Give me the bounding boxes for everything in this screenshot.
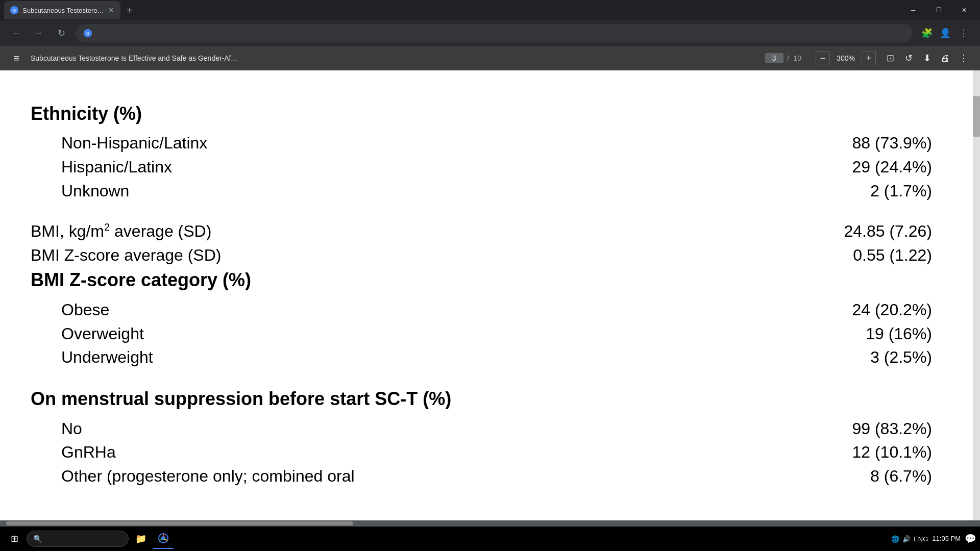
taskbar-right: 🌐 🔊 ENG 11:05 PM 💬 [891, 533, 976, 544]
taskbar-file-explorer[interactable]: 📁 [131, 529, 151, 549]
taskbar-chrome[interactable] [153, 529, 174, 549]
pdf-page: Ethnicity (%) Non-Hispanic/Latinx 88 (73… [0, 70, 973, 520]
zoom-value: 300% [833, 54, 859, 62]
right-scrollbar[interactable] [973, 70, 980, 520]
bmi-avg-label: BMI, kg/m2 average (SD) [31, 220, 211, 243]
bmi-avg-row: BMI, kg/m2 average (SD) 24.85 (7.26) [31, 220, 932, 243]
menstrual-header: On menstrual suppression before start SC… [31, 386, 451, 412]
gnrha-row: GnRHa 12 (10.1%) [31, 441, 932, 464]
other-value: 8 (6.7%) [830, 465, 932, 488]
url-input[interactable] [96, 29, 904, 37]
overweight-value: 19 (16%) [830, 322, 932, 345]
pdf-page-controls: / 10 [765, 53, 801, 63]
menu-button[interactable]: ⋮ [955, 25, 972, 41]
print-button[interactable]: 🖨 [937, 50, 953, 66]
taskbar-time: 11:05 PM [932, 535, 961, 543]
tab-favicon: G [10, 6, 18, 14]
more-button[interactable]: ⋮ [955, 50, 972, 66]
unknown-value: 2 (1.7%) [830, 180, 932, 203]
bmi-cat-header: BMI Z-score category (%) [31, 267, 251, 293]
no-row: No 99 (83.2%) [31, 417, 932, 440]
taskbar-search[interactable]: 🔍 [27, 531, 129, 547]
bmi-zscore-row: BMI Z-score average (SD) 0.55 (1.22) [31, 244, 932, 267]
taskbar-network-icon: 🌐 [891, 535, 899, 543]
pdf-menu-button[interactable]: ≡ [8, 50, 24, 66]
svg-text:G: G [13, 8, 16, 13]
scroll-thumb[interactable] [973, 96, 980, 137]
taskbar-sys-icons: 🌐 🔊 ENG [891, 535, 928, 543]
zoom-in-button[interactable]: + [862, 51, 876, 65]
obese-value: 24 (20.2%) [830, 298, 932, 321]
taskbar-volume-icon: 🔊 [902, 535, 911, 543]
download-button[interactable]: ⬇ [919, 50, 935, 66]
pdf-actions: ⊡ ↺ ⬇ 🖨 ⋮ [882, 50, 972, 66]
forward-button[interactable]: → [31, 25, 47, 41]
window-controls: ─ ❐ ✕ [901, 2, 976, 18]
start-button[interactable]: ⊞ [4, 529, 24, 549]
non-hispanic-label: Non-Hispanic/Latinx [31, 132, 207, 155]
close-button[interactable]: ✕ [952, 2, 976, 18]
browser-frame: G Subcutaneous Testosterone Is Ef... ✕ +… [0, 0, 980, 551]
non-hispanic-row: Non-Hispanic/Latinx 88 (73.9%) [31, 132, 932, 155]
fit-page-button[interactable]: ⊡ [882, 50, 898, 66]
gnrha-label: GnRHa [31, 441, 116, 464]
taskbar: ⊞ 🔍 📁 🌐 🔊 ENG 11:05 PM 💬 [0, 527, 980, 551]
no-label: No [31, 417, 82, 440]
url-favicon: G [84, 29, 92, 37]
content-area: Ethnicity (%) Non-Hispanic/Latinx 88 (73… [0, 70, 980, 520]
hispanic-value: 29 (24.4%) [830, 156, 932, 179]
other-label: Other (progesterone only; combined oral [31, 465, 355, 488]
gnrha-value: 12 (10.1%) [830, 441, 932, 464]
ethnicity-header-row: Ethnicity (%) [31, 101, 932, 131]
new-tab-button[interactable]: + [122, 3, 137, 17]
bmi-zscore-value: 0.55 (1.22) [830, 244, 932, 267]
title-bar: G Subcutaneous Testosterone Is Ef... ✕ +… [0, 0, 980, 20]
maximize-button[interactable]: ❐ [927, 2, 950, 18]
overweight-row: Overweight 19 (16%) [31, 322, 932, 345]
taskbar-clock: 11:05 PM [932, 535, 961, 543]
taskbar-lang: ENG [914, 535, 928, 543]
bmi-superscript: 2 [104, 221, 110, 233]
horizontal-scrollbar[interactable] [0, 520, 980, 527]
browser-tab[interactable]: G Subcutaneous Testosterone Is Ef... ✕ [4, 1, 120, 19]
taskbar-search-icon: 🔍 [33, 535, 42, 543]
ethnicity-header: Ethnicity (%) [31, 101, 142, 127]
extensions-button[interactable]: 🧩 [919, 25, 935, 41]
spacer-2 [31, 370, 932, 386]
zoom-controls: − 300% + [816, 51, 876, 65]
menstrual-header-row: On menstrual suppression before start SC… [31, 386, 932, 416]
zoom-out-button[interactable]: − [816, 51, 830, 65]
bmi-avg-value: 24.85 (7.26) [830, 220, 932, 243]
underweight-label: Underweight [31, 346, 153, 369]
horizontal-scroll-thumb[interactable] [6, 521, 353, 525]
page-number-input[interactable] [765, 53, 783, 63]
no-value: 99 (83.2%) [830, 417, 932, 440]
profile-button[interactable]: 👤 [937, 25, 953, 41]
tab-title: Subcutaneous Testosterone Is Ef... [22, 7, 104, 14]
unknown-label: Unknown [31, 180, 129, 203]
reload-button[interactable]: ↻ [53, 25, 69, 41]
underweight-value: 3 (2.5%) [830, 346, 932, 369]
obese-label: Obese [31, 298, 109, 321]
svg-line-8 [159, 539, 162, 541]
bmi-cat-header-row: BMI Z-score category (%) [31, 267, 932, 297]
tab-close-button[interactable]: ✕ [108, 6, 114, 14]
minimize-button[interactable]: ─ [901, 2, 925, 18]
toolbar-icons: 🧩 👤 ⋮ [919, 25, 972, 41]
pdf-title: Subcutaneous Testosterone Is Effective a… [31, 54, 759, 62]
page-separator: / [788, 54, 790, 62]
taskbar-notification-button[interactable]: 💬 [965, 533, 976, 544]
other-row: Other (progesterone only; combined oral … [31, 465, 932, 488]
back-button[interactable]: ← [8, 25, 24, 41]
non-hispanic-value: 88 (73.9%) [830, 132, 932, 155]
url-bar[interactable]: G [76, 24, 913, 42]
rotate-button[interactable]: ↺ [900, 50, 917, 66]
pdf-toolbar: ≡ Subcutaneous Testosterone Is Effective… [0, 46, 980, 70]
hispanic-row: Hispanic/Latinx 29 (24.4%) [31, 156, 932, 179]
overweight-label: Overweight [31, 322, 144, 345]
underweight-row: Underweight 3 (2.5%) [31, 346, 932, 369]
page-total: 10 [793, 54, 801, 62]
bmi-zscore-label: BMI Z-score average (SD) [31, 244, 221, 267]
hispanic-label: Hispanic/Latinx [31, 156, 172, 179]
svg-text:G: G [86, 31, 89, 36]
